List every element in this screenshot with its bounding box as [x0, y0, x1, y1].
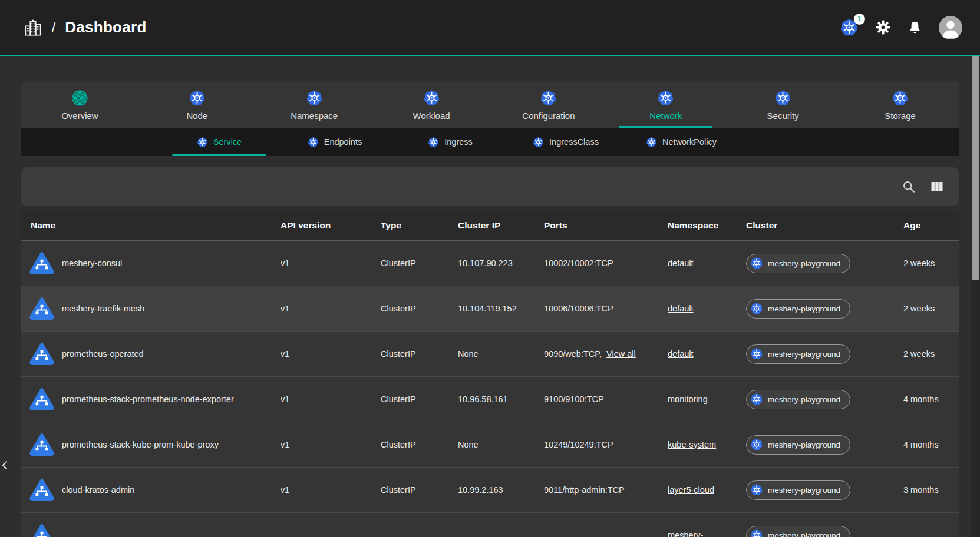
cluster-chip[interactable]: meshery-playground	[746, 390, 850, 409]
table-row[interactable]: meshery-traefik-mesh v1 ClusterIP 10.104…	[21, 286, 959, 332]
cluster-chip[interactable]: meshery-playground	[746, 480, 850, 500]
user-avatar[interactable]	[939, 16, 962, 39]
category-tab-storage[interactable]: Storage	[842, 82, 959, 128]
column-header-namespace[interactable]: Namespace	[668, 220, 746, 231]
column-header-cluster-ip[interactable]: Cluster IP	[458, 220, 544, 231]
type-value: ClusterIP	[381, 395, 458, 404]
type-value: ClusterIP	[381, 349, 458, 359]
ports-value: 10002/10002:TCP	[544, 258, 613, 268]
resource-subtab-networkpolicy[interactable]: NetworkPolicy	[623, 128, 739, 156]
ports-value: 10006/10006:TCP	[544, 304, 613, 313]
cluster-chip[interactable]: meshery-playground	[746, 435, 850, 455]
cluster-chip[interactable]: meshery-playground	[746, 299, 850, 319]
ports-value: 9090/web:TCP,	[544, 349, 602, 359]
cluster-name: meshery-playground	[768, 440, 840, 449]
table-row[interactable]: prometheus-operated v1 ClusterIP None 90…	[21, 332, 959, 377]
scrollbar-thumb[interactable]	[972, 56, 979, 280]
service-icon	[29, 478, 54, 502]
tab-label: Service	[213, 137, 242, 147]
view-columns-icon	[930, 180, 944, 194]
tab-label: Workload	[413, 111, 450, 121]
tab-label: Node	[186, 111, 207, 121]
category-tab-namespace[interactable]: Namespace	[256, 82, 373, 128]
tab-label: Endpoints	[324, 137, 362, 147]
tab-label: NetworkPolicy	[662, 137, 717, 147]
resource-category-tabs: Overview Node Namespace Workload Configu…	[21, 82, 959, 128]
organization-icon[interactable]	[24, 18, 42, 37]
api-version-value: v1	[281, 258, 381, 268]
category-tab-overview[interactable]: Overview	[21, 82, 138, 128]
age-value: 3 months	[903, 485, 959, 495]
cluster-ip-value: 10.96.58.161	[458, 395, 544, 404]
cluster-name: meshery-playground	[768, 259, 840, 268]
kubernetes-context-button[interactable]: 1	[840, 18, 859, 37]
cluster-ip-value: 10.107.90.223	[458, 258, 544, 268]
chevron-left-icon	[0, 458, 11, 473]
table-row[interactable]: cloud-kratos-admin v1 ClusterIP 10.99.2.…	[21, 468, 959, 513]
kubernetes-icon	[533, 137, 544, 148]
table-toolbar	[21, 167, 959, 206]
cluster-ip-value: None	[458, 440, 544, 449]
category-tab-network[interactable]: Network	[607, 82, 724, 128]
column-header-cluster[interactable]: Cluster	[746, 220, 903, 231]
tab-label: Namespace	[291, 111, 338, 121]
api-version-value: v1	[281, 349, 381, 359]
category-tab-workload[interactable]: Workload	[373, 82, 490, 128]
collapse-drawer-button[interactable]	[0, 451, 13, 479]
tab-label: Configuration	[522, 111, 575, 121]
age-value: 2 weeks	[903, 258, 959, 268]
table-header-row: NameAPI versionTypeCluster IPPortsNamesp…	[21, 211, 959, 241]
namespace-link[interactable]: default	[668, 349, 694, 359]
service-icon	[29, 342, 54, 366]
cluster-name: meshery-playground	[768, 395, 840, 404]
cluster-chip[interactable]: meshery-playground	[746, 526, 850, 537]
resource-subtab-service[interactable]: Service	[161, 128, 277, 156]
settings-button[interactable]	[875, 19, 891, 35]
resource-subtab-ingress[interactable]: Ingress	[392, 128, 508, 156]
category-tab-configuration[interactable]: Configuration	[490, 82, 608, 128]
table-row[interactable]: prometheus-stack-kube-prom-kube-proxy v1…	[21, 422, 959, 468]
category-tab-security[interactable]: Security	[724, 82, 842, 128]
namespace-link[interactable]: meshery-	[668, 531, 703, 537]
column-header-ports[interactable]: Ports	[544, 220, 668, 231]
kubernetes-icon	[646, 137, 657, 148]
kubernetes-icon	[750, 483, 763, 496]
service-icon	[29, 251, 54, 276]
kubernetes-icon	[892, 90, 909, 107]
service-name: cloud-kratos-admin	[62, 485, 134, 495]
namespace-link[interactable]: kube-system	[668, 440, 716, 449]
breadcrumb-separator: /	[52, 20, 55, 35]
view-all-ports-link[interactable]: View all	[606, 349, 636, 359]
namespace-link[interactable]: monitoring	[668, 395, 708, 404]
tab-label: Network	[649, 111, 682, 121]
meshery-mesh-icon	[71, 90, 88, 107]
category-tab-node[interactable]: Node	[138, 82, 256, 128]
search-button[interactable]	[901, 179, 916, 194]
service-name: meshery-traefik-mesh	[62, 304, 144, 313]
column-header-name[interactable]: Name	[21, 220, 281, 231]
ports-value: 10249/10249:TCP	[544, 440, 613, 449]
table-row[interactable]: meshery-consul v1 ClusterIP 10.107.90.22…	[21, 241, 959, 286]
column-header-age[interactable]: Age	[903, 220, 959, 231]
namespace-link[interactable]: layer5-cloud	[668, 485, 714, 495]
view-columns-button[interactable]	[929, 179, 945, 194]
cluster-chip[interactable]: meshery-playground	[746, 254, 850, 273]
table-row[interactable]: meshery- meshery-playground	[21, 513, 959, 537]
column-header-type[interactable]: Type	[381, 220, 458, 231]
kubernetes-icon	[197, 137, 208, 148]
resource-subtab-ingressclass[interactable]: IngressClass	[508, 128, 623, 156]
namespace-link[interactable]: default	[668, 258, 694, 268]
page-scrollbar[interactable]	[971, 56, 980, 537]
cluster-name: meshery-playground	[768, 304, 840, 313]
notifications-button[interactable]	[908, 20, 922, 35]
ports-value: 9011/http-admin:TCP	[544, 485, 625, 495]
type-value: ClusterIP	[381, 258, 458, 268]
cluster-chip[interactable]: meshery-playground	[746, 344, 850, 364]
kubernetes-icon	[308, 137, 319, 148]
table-row[interactable]: prometheus-stack-prometheus-node-exporte…	[21, 377, 959, 422]
resource-subtab-endpoints[interactable]: Endpoints	[277, 128, 392, 156]
tab-label: Security	[767, 111, 799, 121]
namespace-link[interactable]: default	[668, 304, 694, 313]
search-icon	[902, 180, 916, 194]
column-header-api-version[interactable]: API version	[281, 220, 381, 231]
